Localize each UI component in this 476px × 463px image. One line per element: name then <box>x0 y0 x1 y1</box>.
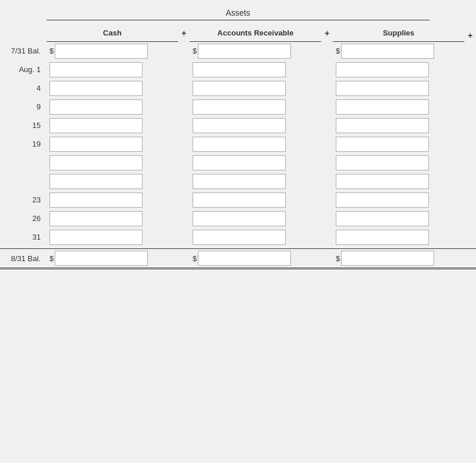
supplies-input[interactable] <box>336 62 429 77</box>
cash-input[interactable] <box>49 155 143 170</box>
ar-input[interactable] <box>193 230 286 245</box>
supplies-wrapper <box>336 155 461 170</box>
cash-input[interactable] <box>49 193 143 208</box>
cash-input[interactable] <box>55 251 148 266</box>
supplies-input[interactable] <box>341 251 434 266</box>
supplies-input[interactable] <box>336 174 429 189</box>
supplies-input[interactable] <box>341 44 434 59</box>
ar-cell <box>190 172 321 191</box>
ar-cell <box>190 191 321 209</box>
end-plus <box>464 209 476 228</box>
ar-input[interactable] <box>193 193 286 208</box>
cash-input[interactable] <box>49 118 143 133</box>
supplies-wrapper <box>336 99 461 115</box>
supplies-dollar-sign: $ <box>336 254 341 263</box>
plus-sign-row-1 <box>178 98 190 116</box>
cash-input[interactable] <box>49 62 143 77</box>
data-row: 23 <box>0 191 476 209</box>
supplies-cell <box>333 191 464 209</box>
plus-sign-row-2 <box>321 191 333 209</box>
end-plus <box>464 154 476 172</box>
supplies-wrapper <box>336 81 461 96</box>
plus-sign-row-1 <box>178 41 190 60</box>
supplies-input[interactable] <box>336 230 429 245</box>
supplies-input[interactable] <box>336 155 429 170</box>
ar-input[interactable] <box>193 81 286 96</box>
label-col-header <box>0 26 47 41</box>
ar-cell <box>190 79 321 98</box>
cash-wrapper <box>49 118 175 133</box>
row-label: 4 <box>0 79 47 98</box>
plus-sign-row-1 <box>178 172 190 191</box>
ar-wrapper <box>193 230 318 245</box>
ar-cell <box>190 154 321 172</box>
plus-sign-row-2 <box>321 41 333 60</box>
cash-wrapper <box>49 193 175 208</box>
cash-input[interactable] <box>55 44 148 59</box>
plus-sign-row-2 <box>321 209 333 228</box>
ar-wrapper <box>193 99 318 115</box>
supplies-input[interactable] <box>336 137 429 152</box>
ar-input[interactable] <box>193 155 286 170</box>
cash-cell <box>47 172 178 191</box>
ar-input[interactable] <box>193 211 286 226</box>
plus-sign-1: + <box>178 26 190 41</box>
cash-cell <box>47 116 178 135</box>
supplies-input[interactable] <box>336 193 429 208</box>
row-label: 15 <box>0 116 47 135</box>
cash-cell: $ <box>47 249 178 269</box>
supplies-cell <box>333 228 464 247</box>
ledger-table: Cash + Accounts Receivable + Supplies <box>0 26 476 269</box>
supplies-wrapper: $ <box>336 251 461 266</box>
ar-input[interactable] <box>193 62 286 77</box>
cash-input[interactable] <box>49 137 143 152</box>
cash-wrapper <box>49 174 175 189</box>
ar-cell <box>190 116 321 135</box>
cash-input[interactable] <box>49 174 143 189</box>
cash-input[interactable] <box>49 99 143 115</box>
ar-cell <box>190 98 321 116</box>
ar-wrapper <box>193 62 318 77</box>
supplies-input[interactable] <box>336 211 429 226</box>
ar-input[interactable] <box>193 99 286 115</box>
ar-input[interactable] <box>198 44 291 59</box>
ar-input[interactable] <box>193 118 286 133</box>
supplies-wrapper <box>336 211 461 226</box>
supplies-input[interactable] <box>336 118 429 133</box>
ar-input[interactable] <box>193 137 286 152</box>
cash-input[interactable] <box>49 81 143 96</box>
ar-cell <box>190 209 321 228</box>
plus-sign-2: + <box>321 26 333 41</box>
supplies-input[interactable] <box>336 99 429 115</box>
cash-input[interactable] <box>49 230 143 245</box>
ar-wrapper <box>193 155 318 170</box>
ar-dollar-sign: $ <box>193 254 198 263</box>
data-row: 4 <box>0 79 476 98</box>
plus-sign-row-1 <box>178 135 190 154</box>
cash-wrapper <box>49 62 175 77</box>
cash-cell <box>47 191 178 209</box>
supplies-cell <box>333 116 464 135</box>
end-plus <box>464 60 476 79</box>
plus-sign-row-2 <box>321 228 333 247</box>
cash-cell <box>47 98 178 116</box>
plus-sign-row-2 <box>321 135 333 154</box>
ar-input[interactable] <box>198 251 291 266</box>
ar-wrapper <box>193 174 318 189</box>
row-label <box>0 172 47 191</box>
supplies-cell <box>333 79 464 98</box>
cash-wrapper <box>49 99 175 115</box>
row-label: 31 <box>0 228 47 247</box>
supplies-cell: $ <box>333 249 464 269</box>
data-row <box>0 154 476 172</box>
plus-sign-row-2 <box>321 154 333 172</box>
plus-sign-row-1 <box>178 154 190 172</box>
data-row: 19 <box>0 135 476 154</box>
end-plus <box>464 41 476 60</box>
cash-input[interactable] <box>49 211 143 226</box>
plus-sign-row-1 <box>178 249 190 269</box>
page: Assets Cash + Accounts Receivable <box>0 0 476 463</box>
plus-sign-row-2 <box>321 249 333 269</box>
supplies-input[interactable] <box>336 81 429 96</box>
ar-input[interactable] <box>193 174 286 189</box>
